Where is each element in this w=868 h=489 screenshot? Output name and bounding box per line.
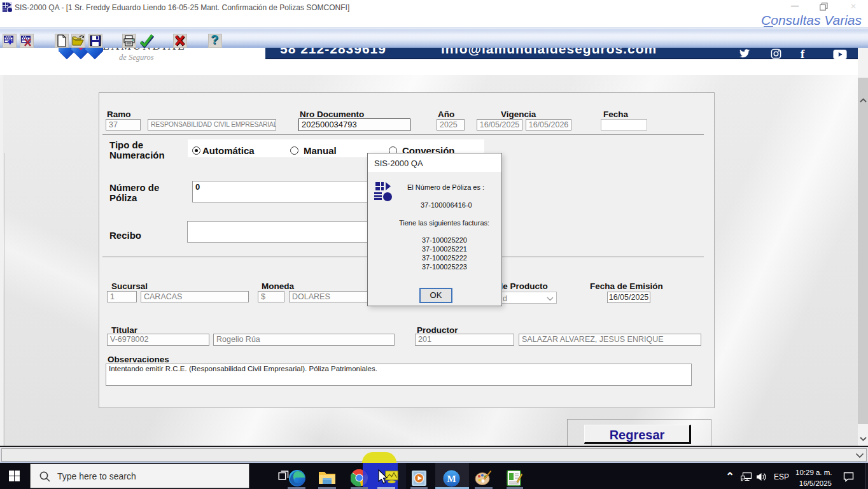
svg-text:M: M [447, 474, 456, 484]
